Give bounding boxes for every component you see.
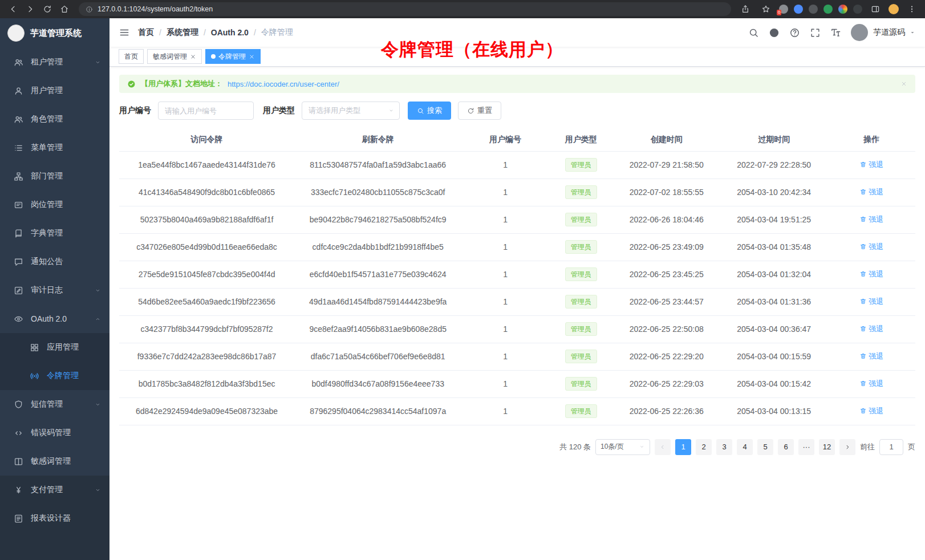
tab[interactable]: 首页 [119, 49, 144, 64]
fontsize-icon[interactable] [830, 27, 841, 38]
force-logout-button[interactable]: 强退 [859, 214, 883, 225]
share-button[interactable] [738, 2, 753, 17]
next-page-button[interactable] [839, 439, 855, 455]
extension-dark-icon[interactable] [809, 5, 818, 14]
force-logout-button[interactable]: 强退 [859, 324, 883, 334]
page-button[interactable]: 6 [778, 439, 794, 455]
page-button[interactable]: 1 [675, 439, 691, 455]
refresh-token-cell: 333ecfc71e02480cb11055c875c3ca0f [294, 178, 461, 206]
help-icon[interactable] [789, 27, 800, 38]
user-avatar[interactable] [851, 24, 868, 41]
alert-close-icon[interactable] [900, 80, 907, 87]
app-logo[interactable]: 芋道管理系统 [0, 18, 109, 48]
url-bar[interactable]: 127.0.0.1:1024/system/oauth2/token [79, 2, 731, 16]
page-size-select[interactable]: 10条/页 [595, 439, 650, 455]
sidebar-item[interactable]: 租户管理 [0, 48, 109, 76]
column-header: 访问令牌 [119, 129, 294, 151]
breadcrumb-item[interactable]: 系统管理 [167, 27, 198, 38]
browser-forward-button[interactable] [23, 2, 38, 17]
refresh-token-cell: 9ce8ef2aa9f14056b831ae9b608e28d5 [294, 315, 461, 343]
sidebar-item[interactable]: 支付管理 [0, 476, 109, 504]
access-token-cell: b0d1785bc3a8482f812db4a3f3bd15ec [119, 370, 294, 397]
user-id-input[interactable] [158, 102, 254, 120]
fullscreen-icon[interactable] [810, 27, 821, 38]
split-view-button[interactable] [868, 2, 883, 17]
sidebar-item[interactable]: 部门管理 [0, 162, 109, 190]
force-logout-button[interactable]: 强退 [859, 242, 883, 252]
expire-time-cell: 2054-03-04 01:32:04 [720, 261, 827, 288]
breadcrumb-item[interactable]: OAuth 2.0 [211, 28, 249, 37]
created-time-cell: 2022-06-25 23:49:09 [612, 233, 720, 261]
breadcrumb-separator: / [159, 28, 161, 37]
token-table: 访问令牌刷新令牌用户编号用户类型创建时间过期时间操作 1ea5e44f8bc14… [119, 129, 915, 425]
sidebar-item[interactable]: 菜单管理 [0, 133, 109, 162]
refresh-token-cell: e6cfd40eb1f54571a31e775e039c4624 [294, 261, 461, 288]
browser-menu-button[interactable] [904, 2, 919, 17]
table-row: 275e5de9151045fe87cbdc395e004f4de6cfd40e… [119, 261, 915, 288]
sidebar-item[interactable]: 字典管理 [0, 219, 109, 247]
screen: 127.0.0.1:1024/system/oauth2/token 0 芋道管… [0, 0, 925, 560]
breadcrumb-separator: / [254, 28, 256, 37]
force-logout-button[interactable]: 强退 [859, 351, 883, 362]
table-body: 1ea5e44f8bc1467aaede43144f31de76811c5304… [119, 151, 915, 425]
force-logout-button[interactable]: 强退 [859, 406, 883, 416]
page-button[interactable]: 12 [819, 439, 835, 455]
force-logout-button[interactable]: 强退 [859, 160, 883, 170]
navbar-icons [748, 27, 841, 38]
browser-home-button[interactable] [57, 2, 72, 17]
breadcrumb: 首页/系统管理/OAuth 2.0/令牌管理 [138, 27, 293, 38]
username[interactable]: 芋道源码 [873, 27, 905, 38]
sidebar-item[interactable]: 通知公告 [0, 247, 109, 276]
sidebar-item[interactable]: 错误码管理 [0, 419, 109, 447]
extension-multicolor-icon[interactable] [838, 5, 847, 14]
search-button[interactable]: 搜索 [408, 102, 451, 120]
sidebar-item[interactable]: 报表设计器 [0, 504, 109, 533]
sidebar-item[interactable]: 用户管理 [0, 76, 109, 105]
goto-page-input[interactable] [879, 439, 903, 455]
close-icon[interactable] [190, 54, 196, 60]
doc-link[interactable]: https://doc.iocoder.cn/user-center/ [228, 80, 339, 88]
user-type-select[interactable]: 请选择用户类型 [302, 102, 400, 120]
eye-icon [14, 314, 23, 324]
search-icon[interactable] [748, 27, 759, 38]
force-logout-button[interactable]: 强退 [859, 379, 883, 389]
breadcrumb-item[interactable]: 首页 [138, 27, 154, 38]
sidebar-item[interactable]: 令牌管理 [0, 362, 109, 390]
page-ellipsis-button[interactable]: ··· [798, 439, 814, 455]
breadcrumb-separator: / [204, 28, 206, 37]
sidebar-item[interactable]: 角色管理 [0, 105, 109, 133]
tab-label: 令牌管理 [218, 52, 246, 62]
sidebar-item[interactable]: 应用管理 [0, 333, 109, 362]
extension-gray-icon[interactable] [853, 5, 862, 14]
prev-page-button[interactable] [655, 439, 671, 455]
sidebar-item[interactable]: 岗位管理 [0, 190, 109, 219]
bookmark-button[interactable] [758, 2, 773, 17]
browser-refresh-button[interactable] [40, 2, 55, 17]
sidebar-item-label: 应用管理 [47, 342, 102, 352]
browser-back-button[interactable] [6, 2, 21, 17]
extension-blue-icon[interactable] [794, 5, 803, 14]
page-button[interactable]: 2 [696, 439, 712, 455]
page-button[interactable]: 5 [757, 439, 773, 455]
browser-profile-avatar[interactable] [889, 4, 899, 14]
reset-button[interactable]: 重置 [458, 102, 501, 120]
user-id-cell: 1 [461, 261, 549, 288]
sidebar-item[interactable]: 审计日志 [0, 276, 109, 305]
force-logout-button[interactable]: 强退 [859, 187, 883, 197]
tab[interactable]: 令牌管理 [205, 49, 261, 64]
refresh-token-cell: dfa6c71a50a54c66bef706ef9e6e8d81 [294, 343, 461, 370]
page-button[interactable]: 4 [737, 439, 753, 455]
github-icon[interactable] [769, 27, 780, 38]
site-info-icon[interactable] [86, 6, 93, 13]
force-logout-button[interactable]: 强退 [859, 269, 883, 279]
close-icon[interactable] [249, 54, 255, 60]
extension-pinned-icon[interactable]: 0 [779, 5, 788, 14]
force-logout-button[interactable]: 强退 [859, 297, 883, 307]
extension-green-icon[interactable] [823, 5, 833, 14]
page-button[interactable]: 3 [716, 439, 732, 455]
sidebar-item[interactable]: 短信管理 [0, 390, 109, 419]
hamburger-icon[interactable] [119, 27, 130, 38]
sidebar-item[interactable]: OAuth 2.0 [0, 305, 109, 333]
tab[interactable]: 敏感词管理 [147, 49, 202, 64]
sidebar-item[interactable]: 敏感词管理 [0, 447, 109, 476]
